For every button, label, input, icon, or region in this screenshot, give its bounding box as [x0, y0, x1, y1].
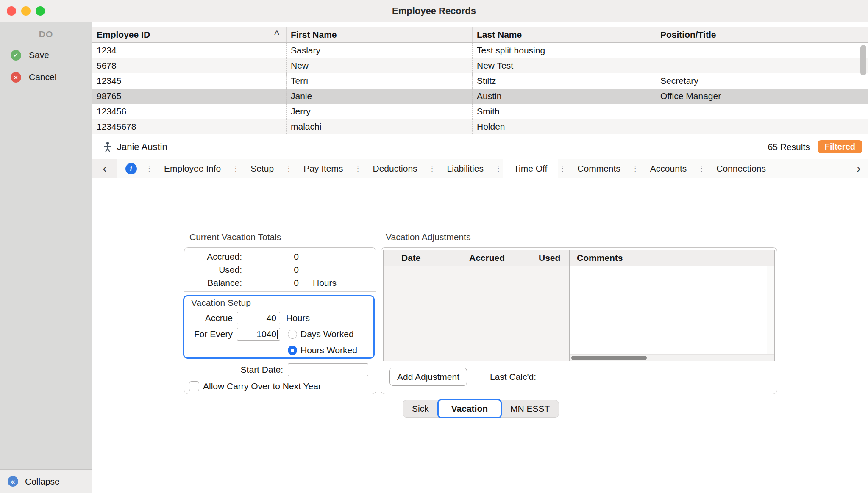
accrued-label: Accrued: [184, 250, 242, 263]
radio-selected-icon [288, 346, 297, 355]
table-row[interactable]: 123456 Jerry Smith [92, 104, 868, 119]
balance-unit: Hours [299, 276, 376, 289]
table-row[interactable]: 12345 Terri Stiltz Secretary [92, 73, 868, 89]
adjustments-column-used: Used [539, 250, 560, 266]
column-header-position-title[interactable]: Position/Title [656, 27, 868, 42]
table-row-selected[interactable]: 98765 Janie Austin Office Manager [92, 89, 868, 104]
tab-menu-icon[interactable]: ⋮ [284, 164, 293, 173]
table-row[interactable]: 12345678 malachi Holden [92, 119, 868, 134]
for-every-label: For Every [184, 329, 233, 339]
start-date-input[interactable] [288, 363, 368, 376]
tab-menu-icon[interactable]: ⋮ [697, 164, 706, 173]
adjustments-comments-area[interactable] [569, 266, 774, 361]
accrue-label: Accrue [184, 313, 233, 323]
tab-pay-items[interactable]: Pay Items [293, 159, 353, 178]
accrue-hours-input[interactable] [237, 312, 280, 324]
vacation-adjustments-panel: Date Accrued Used Comments Add Adjustmen… [381, 247, 777, 394]
vacation-totals-panel: Accrued: 0 Used: 0 Balance: 0 Hours Vaca… [184, 247, 376, 394]
cancel-button[interactable]: × Cancel [0, 70, 92, 84]
info-tab[interactable]: i [117, 163, 145, 174]
adjustments-column-comments: Comments [577, 250, 623, 266]
tab-connections[interactable]: Connections [706, 159, 776, 178]
adjustments-column-accrued: Accrued [460, 250, 505, 266]
hours-worked-label: Hours Worked [300, 345, 357, 355]
sidebar-header: DO [0, 29, 92, 39]
tab-menu-icon[interactable]: ⋮ [494, 164, 503, 173]
used-value: 0 [242, 263, 299, 276]
column-header-employee-id[interactable]: Employee ID ^ [92, 27, 286, 42]
radio-unselected-icon [288, 330, 297, 339]
column-header-first-name[interactable]: First Name [286, 27, 472, 42]
status-row: Janie Austin 65 Results Filtered [92, 135, 868, 159]
last-calcd-label: Last Calc'd: [490, 372, 536, 382]
collapse-chevrons-icon: « [8, 476, 18, 487]
balance-label: Balance: [184, 276, 242, 289]
column-header-last-name[interactable]: Last Name [472, 27, 656, 42]
person-icon [103, 141, 113, 152]
tab-menu-icon[interactable]: ⋮ [231, 164, 240, 173]
comments-horizontal-scrollbar[interactable] [570, 354, 774, 361]
save-check-icon: ✓ [11, 50, 21, 61]
save-button-label: Save [29, 50, 49, 60]
employee-table: Employee ID ^ First Name Last Name Posit… [92, 27, 868, 134]
tab-menu-icon[interactable]: ⋮ [631, 164, 640, 173]
window-title: Employee Records [0, 0, 868, 22]
days-worked-radio[interactable]: Days Worked [284, 329, 373, 339]
selected-employee-name: Janie Austin [117, 141, 167, 152]
table-row[interactable]: 1234 Saslary Test split housing [92, 43, 868, 58]
days-worked-label: Days Worked [300, 329, 354, 339]
tab-menu-icon[interactable]: ⋮ [558, 164, 567, 173]
subtab-mn-esst[interactable]: MN ESST [501, 400, 559, 417]
text-cursor [277, 330, 278, 339]
hours-worked-radio[interactable]: Hours Worked [284, 345, 373, 355]
tab-comments[interactable]: Comments [567, 159, 631, 178]
table-header-row: Employee ID ^ First Name Last Name Posit… [92, 27, 868, 43]
accrue-unit-label: Hours [284, 313, 373, 323]
table-vertical-scrollbar[interactable] [860, 45, 866, 75]
start-date-label: Start Date: [184, 365, 283, 375]
column-divider [569, 250, 570, 266]
adjustments-header-row: Date Accrued Used Comments [384, 250, 774, 266]
accrued-value: 0 [242, 250, 299, 263]
carry-over-label: Allow Carry Over to Next Year [203, 381, 321, 391]
vacation-adjustments-title: Vacation Adjustments [386, 232, 470, 242]
tab-deductions[interactable]: Deductions [362, 159, 428, 178]
titlebar: Employee Records [0, 0, 868, 22]
filtered-badge[interactable]: Filtered [818, 140, 862, 153]
tab-employee-info[interactable]: Employee Info [153, 159, 231, 178]
balance-value: 0 [242, 276, 299, 289]
tab-scroll-left-button[interactable]: ‹ [92, 159, 117, 178]
current-vacation-totals-title: Current Vacation Totals [189, 232, 281, 242]
results-count: 65 Results [768, 142, 810, 152]
time-off-subtabs: Sick Vacation MN ESST [403, 400, 559, 418]
subtab-sick[interactable]: Sick [403, 400, 438, 417]
add-adjustment-button[interactable]: Add Adjustment [389, 368, 467, 386]
adjustments-column-date: Date [401, 250, 421, 266]
employee-records-window: Employee Records DO ✓ Save × Cancel « Co… [0, 0, 868, 493]
collapse-sidebar-button[interactable]: « Collapse [0, 469, 92, 493]
carry-over-checkbox-row[interactable]: Allow Carry Over to Next Year [189, 379, 321, 393]
tab-menu-icon[interactable]: ⋮ [354, 164, 362, 173]
tab-scroll-right-button[interactable]: › [849, 159, 868, 178]
record-tab-bar: ‹ i ⋮ Employee Info ⋮ Setup ⋮ Pay Items … [92, 159, 868, 178]
collapse-button-label: Collapse [25, 476, 60, 487]
checkbox-unchecked-icon [189, 381, 199, 391]
adjustments-table: Date Accrued Used Comments [383, 250, 775, 361]
tab-setup[interactable]: Setup [240, 159, 284, 178]
tab-accounts[interactable]: Accounts [640, 159, 697, 178]
save-button[interactable]: ✓ Save [0, 48, 92, 62]
tab-time-off[interactable]: Time Off [503, 159, 558, 178]
for-every-input[interactable] [237, 328, 280, 341]
main-area: Employee ID ^ First Name Last Name Posit… [92, 22, 868, 493]
tab-liabilities[interactable]: Liabilities [437, 159, 494, 178]
subtab-vacation[interactable]: Vacation [437, 399, 502, 418]
tab-menu-icon[interactable]: ⋮ [145, 164, 153, 173]
tab-menu-icon[interactable]: ⋮ [428, 164, 437, 173]
comments-vertical-scrollbar[interactable] [767, 266, 774, 354]
totals-section: Accrued: 0 Used: 0 Balance: 0 Hours [184, 248, 376, 292]
sidebar: DO ✓ Save × Cancel « Collapse [0, 22, 92, 493]
used-label: Used: [184, 263, 242, 276]
vacation-setup-group: Vacation Setup Accrue Hours For Every [183, 295, 375, 359]
horizontal-scrollbar-thumb[interactable] [571, 356, 647, 360]
table-row[interactable]: 5678 New New Test [92, 58, 868, 73]
